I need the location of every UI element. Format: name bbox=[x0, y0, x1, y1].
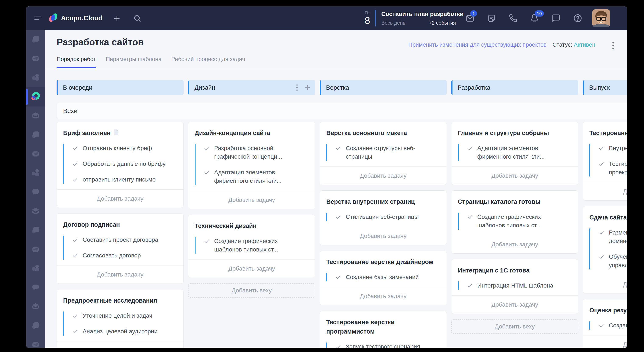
task-text: Создание bbox=[609, 321, 627, 330]
menu-icon[interactable] bbox=[34, 17, 42, 20]
add-task-button[interactable]: Добавить задачу bbox=[57, 341, 184, 348]
task-text: Создание структуры веб-страницы bbox=[346, 144, 415, 161]
kebab-vertical-icon[interactable] bbox=[296, 84, 298, 92]
add-task-button[interactable]: Добавить задачу bbox=[188, 191, 315, 209]
sidebar-item-17[interactable] bbox=[26, 335, 45, 348]
task-item[interactable]: Тестировпроекта bbox=[599, 160, 627, 177]
tab-1[interactable]: Порядок работ bbox=[56, 56, 96, 68]
sidebar-item-11[interactable] bbox=[26, 221, 45, 240]
sidebar-item-3[interactable] bbox=[26, 68, 45, 87]
task-item[interactable]: Внутренн bbox=[599, 144, 627, 152]
task-item[interactable]: Разработка основнойграфической концепци.… bbox=[204, 144, 309, 161]
task-item[interactable]: Создание структуры веб-страницы bbox=[336, 144, 440, 161]
task-item[interactable]: Создание bbox=[599, 321, 627, 330]
add-task-button[interactable]: Добавить задачу bbox=[583, 275, 627, 293]
task-item[interactable]: Уточнение целей и задач bbox=[72, 311, 177, 320]
note-icon[interactable] bbox=[487, 14, 496, 23]
task-list: Интеграция HTML шаблона bbox=[458, 281, 572, 290]
add-task-button[interactable]: Добавить задачу bbox=[320, 227, 446, 245]
task-item[interactable]: Адаптация элементовфирменного стиля кли.… bbox=[204, 168, 309, 185]
board-columns: Бриф заполненОтправить клиенту брифОбраб… bbox=[56, 122, 627, 348]
task-item[interactable]: Обработать данные по брифу bbox=[72, 160, 177, 168]
task-item[interactable]: Создание графическихшаблонов типовых ст.… bbox=[467, 213, 572, 230]
apply-changes-link[interactable]: Применить изменения для существующих про… bbox=[408, 42, 547, 48]
sidebar-item-2[interactable] bbox=[26, 49, 45, 68]
chat-icon[interactable] bbox=[552, 14, 560, 23]
sidebar-item-5[interactable] bbox=[26, 106, 45, 126]
column-header-4[interactable]: Разработка bbox=[451, 80, 578, 95]
sidebar-item-10[interactable] bbox=[26, 202, 45, 221]
notification-badge: 1 bbox=[470, 11, 477, 17]
column-title: Выпуск bbox=[589, 84, 610, 91]
task-text: Внутренн bbox=[609, 144, 627, 152]
mail-icon[interactable]: 1 bbox=[466, 14, 474, 23]
bell-icon[interactable]: 10 bbox=[530, 14, 539, 23]
column-header-5[interactable]: Выпуск bbox=[583, 80, 627, 95]
sidebar-item-4[interactable] bbox=[26, 87, 45, 106]
task-item[interactable]: отправить клиенту письмо bbox=[72, 175, 177, 184]
sidebar-item-7[interactable] bbox=[26, 145, 45, 164]
sidebar-item-14[interactable] bbox=[26, 278, 45, 297]
milestone-card: Тестирование верстки дизайнеромСоздание … bbox=[320, 251, 447, 305]
phone-icon[interactable] bbox=[509, 14, 517, 23]
task-item[interactable]: Запуск тестового сценария bbox=[336, 342, 440, 348]
status-value[interactable]: Активен bbox=[574, 42, 595, 48]
logo[interactable]: Аспро.Cloud bbox=[49, 13, 102, 24]
sidebar-item-6[interactable] bbox=[26, 126, 45, 145]
check-icon bbox=[72, 161, 78, 168]
task-item[interactable]: Составить проект договора bbox=[72, 236, 177, 244]
add-milestone-button[interactable]: Добавить веху bbox=[188, 283, 315, 298]
add-task-button[interactable]: Добавить задачу bbox=[320, 166, 446, 185]
avatar[interactable] bbox=[592, 9, 610, 27]
add-task-button[interactable]: Добавить задачу bbox=[188, 259, 315, 277]
today-event[interactable]: Составить план разработки Весь день +2 с… bbox=[381, 11, 456, 26]
add-task-button[interactable]: Добавить задачу bbox=[57, 189, 184, 208]
milestone-card: Сдача сайта вРазмещендомене кОбучениеупр… bbox=[583, 206, 627, 293]
help-icon[interactable] bbox=[573, 14, 582, 23]
sidebar-item-1[interactable] bbox=[26, 30, 45, 49]
task-item[interactable]: Анализ целевой аудитории bbox=[72, 327, 177, 336]
event-more[interactable]: +2 события bbox=[429, 20, 456, 26]
tab-3[interactable]: Рабочий процесс для задач bbox=[172, 56, 245, 68]
sidebar-item-16[interactable] bbox=[26, 316, 45, 335]
sidebar-item-8[interactable] bbox=[26, 164, 45, 183]
task-item[interactable]: Размещендомене к bbox=[599, 228, 627, 245]
add-task-button[interactable]: Добавить задачу bbox=[583, 335, 627, 348]
column-title: В очереди bbox=[63, 84, 92, 91]
add-milestone-button[interactable]: Добавить веху bbox=[451, 319, 578, 334]
task-item[interactable]: Создание графическихшаблонов типовых ст.… bbox=[204, 237, 309, 254]
tab-2[interactable]: Параметры шаблона bbox=[106, 56, 162, 68]
task-item[interactable]: Адаптация элементовфирменного стиля кли.… bbox=[467, 144, 572, 161]
card-title: Бриф заполнен bbox=[57, 122, 184, 138]
column-header-2[interactable]: Дизайн+ bbox=[188, 80, 315, 95]
task-list: Составить проект договораСогласовать дог… bbox=[63, 236, 177, 260]
add-task-button[interactable]: Добавить задачу bbox=[452, 295, 578, 314]
task-item[interactable]: Обучениеуправлен bbox=[599, 252, 627, 269]
sidebar-item-13[interactable] bbox=[26, 259, 45, 278]
column-header-3[interactable]: Верстка bbox=[320, 80, 447, 95]
search-icon[interactable] bbox=[133, 14, 141, 22]
sidebar-item-15[interactable] bbox=[26, 297, 45, 316]
task-item[interactable]: Создание базы замечаний bbox=[336, 273, 440, 281]
task-list: Создание графическихшаблонов типовых ст.… bbox=[458, 213, 572, 230]
sidebar-item-9[interactable] bbox=[26, 183, 45, 202]
add-task-button[interactable]: Добавить задачу bbox=[57, 265, 184, 283]
tabs: Порядок работПараметры шаблонаРабочий пр… bbox=[45, 56, 627, 68]
create-plus-icon[interactable]: + bbox=[114, 14, 120, 23]
sidebar-item-12[interactable] bbox=[26, 240, 45, 259]
task-item[interactable]: Стилизация веб-страницы bbox=[336, 213, 440, 221]
check-icon bbox=[599, 323, 604, 330]
add-task-button[interactable]: Добавить задачу bbox=[452, 235, 578, 253]
add-task-button[interactable]: Добавить задачу bbox=[452, 166, 578, 185]
task-item[interactable]: Согласовать договор bbox=[72, 251, 177, 260]
check-icon bbox=[336, 145, 341, 161]
calendar-date[interactable]: Пт 8 bbox=[364, 11, 370, 26]
add-task-button[interactable]: Добавить задачу bbox=[583, 182, 627, 200]
plus-icon[interactable]: + bbox=[305, 84, 310, 91]
column-header-1[interactable]: В очереди bbox=[56, 80, 184, 95]
card-title-text: Оценка резул bbox=[589, 305, 627, 315]
page-kebab-menu-icon[interactable] bbox=[611, 41, 615, 51]
add-task-button[interactable]: Добавить задачу bbox=[320, 287, 446, 305]
task-item[interactable]: Отправить клиенту бриф bbox=[72, 144, 177, 152]
task-item[interactable]: Интеграция HTML шаблона bbox=[467, 281, 572, 290]
